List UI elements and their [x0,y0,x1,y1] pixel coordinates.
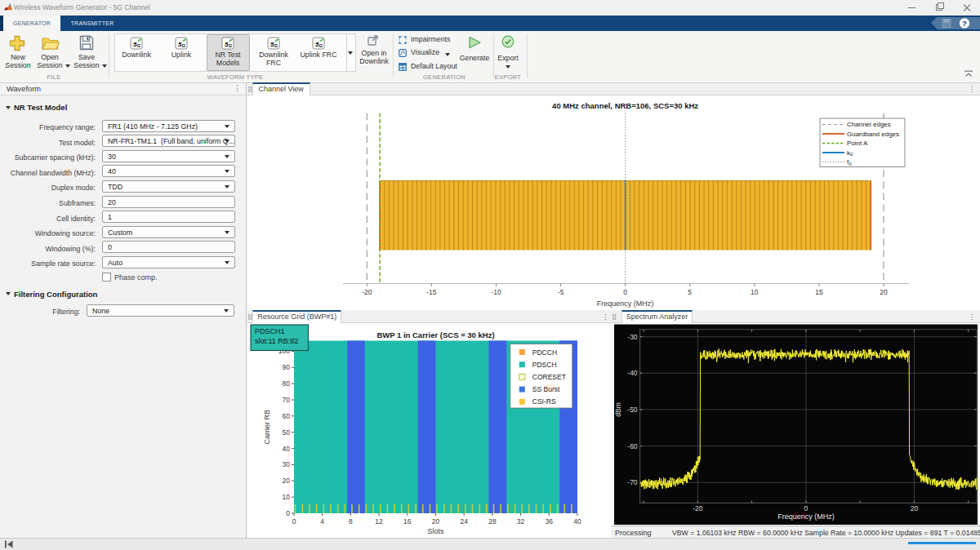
svg-text:CSI-RS: CSI-RS [532,397,556,406]
svg-text:0: 0 [292,517,296,526]
svg-text:60: 60 [283,411,291,419]
svg-text:PDCCH: PDCCH [532,348,557,356]
svg-text:0: 0 [804,504,808,512]
svg-text:10: 10 [283,493,291,501]
svg-text:20: 20 [283,477,291,485]
svg-text:12: 12 [375,517,383,526]
svg-text:Slots: Slots [427,527,444,535]
svg-text:50: 50 [283,428,291,436]
svg-text:Frequency (MHz): Frequency (MHz) [597,299,654,307]
svg-text:Carrier RB: Carrier RB [263,409,271,444]
svg-text:-30: -30 [627,333,638,341]
svg-text:-10: -10 [491,287,501,295]
svg-text:Frequency (MHz): Frequency (MHz) [777,512,835,521]
svg-text:CORESET: CORESET [532,372,566,380]
svg-text:40 MHz channel, NRB=106, SCS=3: 40 MHz channel, NRB=106, SCS=30 kHz [552,101,698,110]
svg-text:PDSCH1: PDSCH1 [255,327,285,335]
svg-text:BWP 1 in Carrier (SCS = 30 kHz: BWP 1 in Carrier (SCS = 30 kHz) [376,330,494,339]
svg-text:0: 0 [286,509,290,517]
svg-text:?: ? [962,19,967,28]
svg-text:80: 80 [283,379,291,388]
svg-text:-20: -20 [362,287,372,295]
svg-text:PDSCH: PDSCH [532,360,557,368]
svg-text:5: 5 [688,287,692,295]
svg-text:8: 8 [349,517,353,526]
svg-text:20: 20 [432,517,440,526]
svg-text:-50: -50 [627,406,638,414]
svg-text:-5: -5 [558,287,564,295]
svg-text:90: 90 [283,363,291,371]
svg-text:Channel edges: Channel edges [847,121,891,128]
svg-text:16: 16 [403,517,412,526]
svg-text:Point A: Point A [847,140,868,147]
svg-text:36: 36 [546,517,554,526]
svg-text:32: 32 [517,517,525,526]
svg-text:-70: -70 [627,478,638,486]
svg-text:-15: -15 [426,287,437,295]
svg-text:20: 20 [911,504,919,512]
svg-text:28: 28 [488,517,497,526]
svg-text:4: 4 [320,517,324,526]
svg-text:10: 10 [751,287,759,295]
svg-text:-40: -40 [627,369,638,377]
svg-text:SS Burst: SS Burst [532,385,560,393]
svg-text:Guardband edges: Guardband edges [847,130,899,137]
svg-text:40: 40 [573,517,581,526]
svg-text:15: 15 [815,287,823,295]
svg-text:slot:11 RB:82: slot:11 RB:82 [255,337,298,345]
svg-text:20: 20 [880,287,888,295]
svg-text:0: 0 [623,287,627,295]
svg-text:-20: -20 [693,504,703,512]
svg-text:30: 30 [283,460,291,468]
svg-text:70: 70 [283,396,291,404]
svg-text:-60: -60 [627,442,638,450]
svg-text:24: 24 [460,517,468,526]
svg-text:dBm: dBm [614,402,622,416]
svg-text:40: 40 [283,444,291,452]
